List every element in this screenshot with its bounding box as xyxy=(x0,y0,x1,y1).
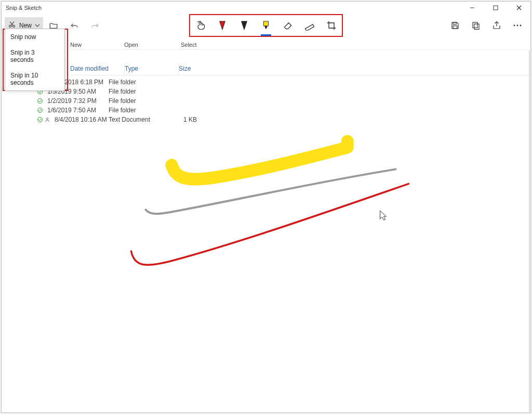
touch-writing-button[interactable] xyxy=(194,19,207,32)
explorer-select-label: Select xyxy=(181,42,197,49)
explorer-new-label: New xyxy=(70,42,82,49)
svg-rect-7 xyxy=(305,24,314,31)
divider xyxy=(69,49,530,50)
table-row[interactable]: 1/5/2019 9:50 AM File folder xyxy=(33,87,530,96)
minimize-button[interactable] xyxy=(460,2,484,14)
drawing-tools-group xyxy=(189,14,343,37)
caption-buttons xyxy=(460,2,530,14)
crop-button[interactable] xyxy=(325,19,338,32)
sync-check-icon xyxy=(33,107,47,113)
new-snip-dropdown: Snip now Snip in 3 seconds Snip in 10 se… xyxy=(5,29,65,91)
cell-date: 1/6/2019 7:50 AM xyxy=(47,107,109,114)
maximize-button[interactable] xyxy=(484,2,507,14)
cell-type: File folder xyxy=(109,107,166,114)
svg-point-14 xyxy=(520,25,522,27)
snip-3s-item[interactable]: Snip in 3 seconds xyxy=(5,45,64,68)
more-button[interactable] xyxy=(512,20,523,31)
col-date[interactable]: Date modified xyxy=(70,64,124,75)
copy-button[interactable] xyxy=(470,20,482,31)
svg-rect-9 xyxy=(453,26,457,29)
svg-point-20 xyxy=(46,118,48,120)
title-bar: Snip & Sketch xyxy=(2,2,530,14)
pen-stroke xyxy=(131,184,409,265)
right-tools-group xyxy=(449,20,530,31)
highlighter-stroke xyxy=(171,141,347,179)
eraser-button[interactable] xyxy=(282,19,294,32)
cell-type: File folder xyxy=(109,97,166,105)
highlighter-yellow-button[interactable] xyxy=(260,19,272,32)
snip-10s-item[interactable]: Snip in 10 seconds xyxy=(5,68,64,90)
explorer-open-label: Open xyxy=(124,42,138,49)
redo-button xyxy=(87,17,103,34)
ballpoint-pen-red-button[interactable] xyxy=(216,19,229,32)
app-title: Snip & Sketch xyxy=(6,5,42,11)
cell-date: 1/2/2019 7:32 PM xyxy=(47,97,109,105)
app-window: Snip & Sketch New xyxy=(1,1,531,413)
svg-rect-11 xyxy=(474,24,479,30)
svg-point-17 xyxy=(38,99,43,104)
svg-point-13 xyxy=(517,25,518,27)
table-row[interactable]: 1/2/2019 7:32 PM File folder xyxy=(33,96,530,106)
new-label: New xyxy=(19,22,32,29)
col-size[interactable]: Size xyxy=(178,64,230,75)
table-row[interactable]: 1/6/2019 7:50 AM File folder xyxy=(33,106,530,115)
column-headers: Date modified Type Size xyxy=(70,64,530,75)
col-type[interactable]: Type xyxy=(124,64,178,75)
ruler-button[interactable] xyxy=(303,19,316,32)
svg-rect-1 xyxy=(494,6,498,10)
svg-point-12 xyxy=(514,25,515,27)
cell-type: File folder xyxy=(109,79,166,86)
explorer-subtoolbar: New Open Select xyxy=(2,36,530,49)
svg-point-18 xyxy=(38,108,43,113)
save-button[interactable] xyxy=(449,20,461,31)
svg-rect-10 xyxy=(473,22,477,28)
share-button[interactable] xyxy=(491,20,502,31)
pencil-black-button[interactable] xyxy=(238,19,250,32)
svg-rect-6 xyxy=(264,21,269,26)
table-row[interactable]: 12/31/2018 6:18 PM File folder xyxy=(33,77,530,87)
vertical-scrollbar[interactable] xyxy=(529,50,530,412)
drawing-canvas[interactable] xyxy=(2,121,530,412)
sync-check-icon xyxy=(33,98,47,104)
undo-button[interactable] xyxy=(66,17,83,34)
svg-rect-8 xyxy=(453,22,456,24)
file-rows: 12/31/2018 6:18 PM File folder 1/5/2019 … xyxy=(33,77,530,124)
snip-now-item[interactable]: Snip now xyxy=(5,29,64,45)
close-button[interactable] xyxy=(507,2,530,14)
cell-type: File folder xyxy=(109,88,166,95)
cursor-icon xyxy=(380,211,387,220)
toolbar: New xyxy=(2,14,530,37)
